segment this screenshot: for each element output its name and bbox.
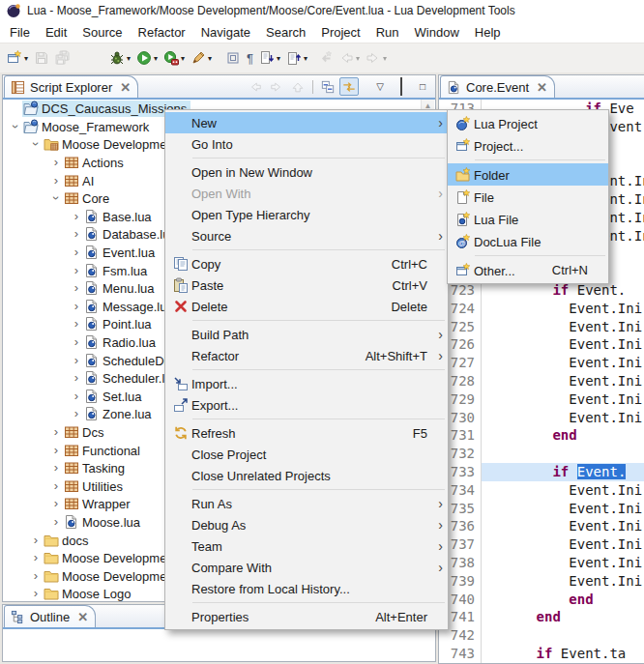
- code-text[interactable]: Event.Ini: [482, 390, 644, 409]
- context-menu-item-open-in-new-window[interactable]: Open in New Window: [165, 161, 448, 183]
- tree-item-content[interactable]: docs: [43, 532, 92, 548]
- context-menu-item-close-unrelated-projects[interactable]: Close Unrelated Projects: [165, 465, 448, 486]
- chevron-collapsed-icon[interactable]: ›: [70, 337, 83, 347]
- toolbar-button-open-element[interactable]: [223, 46, 243, 70]
- context-menu-item-restore-from-local-history[interactable]: Restore from Local History...: [165, 578, 448, 599]
- new-submenu-item-folder[interactable]: Folder: [448, 163, 608, 186]
- code-text[interactable]: Event.Ini: [482, 481, 644, 500]
- context-menu-item-source[interactable]: Source›: [165, 225, 448, 246]
- context-menu-item-paste[interactable]: PasteCtrl+V: [165, 274, 448, 296]
- view-button-minimize[interactable]: [392, 77, 411, 96]
- toolbar-button-external-tools[interactable]: ▾: [189, 46, 214, 70]
- chevron-expanded-icon[interactable]: ›: [31, 137, 41, 151]
- chevron-collapsed-icon[interactable]: ›: [29, 571, 43, 581]
- context-menu-item-properties[interactable]: PropertiesAlt+Enter: [165, 606, 448, 627]
- tree-item-content[interactable]: Moose Developme: [43, 550, 170, 566]
- context-menu-item-build-path[interactable]: Build Path›: [165, 324, 448, 345]
- close-icon[interactable]: ✕: [120, 80, 131, 95]
- tab-script-explorer[interactable]: Script Explorer ✕: [4, 75, 138, 98]
- code-text[interactable]: Event.Ini: [482, 554, 644, 572]
- menubar-item-search[interactable]: Search: [258, 23, 313, 42]
- tree-item-content[interactable]: Moose Development: [43, 136, 181, 153]
- new-submenu-item-project[interactable]: Project...: [448, 134, 608, 157]
- context-menu-item-compare-with[interactable]: Compare With›: [165, 557, 448, 578]
- menubar-item-project[interactable]: Project: [313, 23, 367, 42]
- view-button-link-editor[interactable]: [339, 77, 359, 96]
- tree-item-content[interactable]: Base.lua: [83, 208, 156, 224]
- chevron-collapsed-icon[interactable]: ›: [49, 481, 63, 491]
- debug-dropdown-arrow[interactable]: ▾: [127, 54, 131, 63]
- tree-item-content[interactable]: Core: [63, 190, 113, 207]
- chevron-collapsed-icon[interactable]: ›: [70, 319, 83, 329]
- tree-item-content[interactable]: Event.lua: [83, 245, 159, 261]
- tree-item-content[interactable]: Menu.lua: [83, 280, 158, 297]
- chevron-collapsed-icon[interactable]: ›: [49, 427, 63, 437]
- chevron-collapsed-icon[interactable]: ›: [70, 229, 83, 239]
- menubar-item-window[interactable]: Window: [407, 23, 467, 42]
- code-text[interactable]: Event.Ini: [482, 535, 644, 554]
- new-submenu-item-other[interactable]: Other...Ctrl+N: [448, 259, 608, 281]
- menubar-item-file[interactable]: File: [2, 23, 38, 42]
- menubar-item-refactor[interactable]: Refactor: [131, 23, 193, 42]
- tree-item-content[interactable]: Dcs: [63, 423, 107, 440]
- chevron-collapsed-icon[interactable]: ›: [70, 283, 83, 293]
- chevron-collapsed-icon[interactable]: ›: [70, 266, 83, 275]
- new-submenu-item-lua-project[interactable]: Lua Project: [448, 112, 608, 134]
- context-menu-item-refactor[interactable]: RefactorAlt+Shift+T›: [165, 345, 448, 366]
- chevron-collapsed-icon[interactable]: ›: [49, 517, 63, 527]
- code-text[interactable]: Event.Ini: [482, 572, 644, 591]
- tree-item-content[interactable]: Moose Developme: [43, 567, 170, 584]
- tree-item-content[interactable]: Moose.lua: [63, 513, 144, 530]
- code-text[interactable]: end: [482, 426, 644, 445]
- code-text[interactable]: Event.Ini: [482, 500, 644, 518]
- toolbar-button-debug[interactable]: ▾: [107, 46, 132, 70]
- code-text[interactable]: end: [482, 608, 644, 626]
- context-menu-item-new[interactable]: New›: [165, 112, 448, 133]
- new-submenu-item-lua-file[interactable]: Lua File: [448, 208, 608, 230]
- tree-item-content[interactable]: Actions: [63, 155, 128, 171]
- view-button-collapse-all[interactable]: [318, 77, 337, 96]
- tree-item-content[interactable]: Zone.lua: [83, 406, 156, 422]
- chevron-collapsed-icon[interactable]: ›: [70, 356, 83, 365]
- forward-dropdown-arrow[interactable]: ▾: [383, 54, 387, 63]
- context-menu-item-close-project[interactable]: Close Project: [165, 444, 448, 465]
- tree-item-content[interactable]: Moose_Framework: [22, 118, 153, 134]
- menubar-item-help[interactable]: Help: [467, 23, 509, 42]
- context-menu-item-delete[interactable]: DeleteDelete: [165, 296, 448, 317]
- tab-core-event[interactable]: Core.Event ✕: [440, 75, 555, 98]
- code-text[interactable]: Event.Ini: [482, 409, 644, 427]
- code-text[interactable]: end: [482, 591, 644, 609]
- tree-item-content[interactable]: Moose Logo: [43, 586, 135, 601]
- context-menu-item-team[interactable]: Team›: [165, 535, 448, 557]
- chevron-collapsed-icon[interactable]: ›: [70, 302, 83, 311]
- chevron-collapsed-icon[interactable]: ›: [49, 176, 63, 186]
- context-menu-item-import[interactable]: Import...: [165, 373, 448, 394]
- external-tools-dropdown-arrow[interactable]: ▾: [208, 54, 212, 63]
- chevron-collapsed-icon[interactable]: ›: [29, 535, 43, 545]
- menubar-item-edit[interactable]: Edit: [38, 23, 74, 42]
- view-button-view-menu[interactable]: ▽: [370, 77, 390, 96]
- toolbar-button-new-wizard[interactable]: ▾: [5, 46, 30, 70]
- back-dropdown-arrow[interactable]: ▾: [356, 54, 360, 63]
- tree-item-content[interactable]: Point.lua: [83, 316, 156, 332]
- tree-item-content[interactable]: Tasking: [63, 460, 129, 476]
- chevron-collapsed-icon[interactable]: ›: [70, 409, 83, 419]
- chevron-collapsed-icon[interactable]: ›: [29, 589, 43, 598]
- code-text[interactable]: Event.Ini: [482, 372, 644, 390]
- close-icon[interactable]: ✕: [537, 80, 547, 95]
- toolbar-button-next-annotation[interactable]: ▾: [257, 46, 282, 70]
- code-text[interactable]: Event.Ini: [482, 517, 644, 535]
- chevron-collapsed-icon[interactable]: ›: [49, 446, 63, 455]
- tree-item-content[interactable]: Set.lua: [83, 388, 145, 404]
- code-text[interactable]: Event.Ini: [482, 335, 644, 354]
- context-menu-item-run-as[interactable]: Run As›: [165, 493, 448, 514]
- menubar-item-run[interactable]: Run: [368, 23, 407, 42]
- tree-item-content[interactable]: Fsm.lua: [83, 262, 151, 278]
- chevron-collapsed-icon[interactable]: ›: [49, 499, 63, 508]
- tree-item-content[interactable]: Wrapper: [63, 496, 134, 512]
- view-button-maximize[interactable]: □: [413, 77, 432, 96]
- context-menu-item-open-type-hierarchy[interactable]: Open Type Hierarchy: [165, 204, 448, 225]
- code-text[interactable]: if Event.: [482, 463, 644, 481]
- toolbar-button-run-last[interactable]: ▾: [161, 46, 187, 70]
- menubar-item-navigate[interactable]: Navigate: [193, 23, 258, 42]
